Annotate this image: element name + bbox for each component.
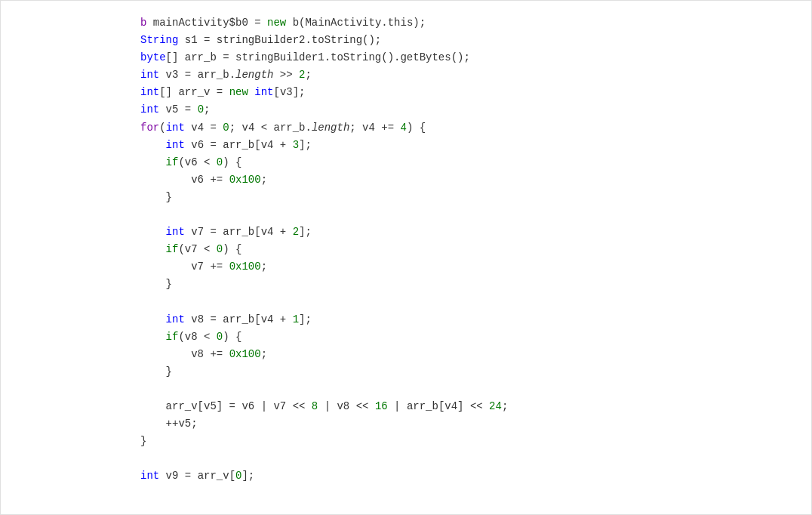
code-line: v6 += 0x100; (140, 171, 796, 189)
code-line: byte[] arr_b = stringBuilder1.toString()… (140, 49, 796, 66)
code-line: int v5 = 0; (140, 101, 796, 119)
code-line: int v3 = arr_b.length >> 2; (140, 66, 796, 84)
code-line: for(int v4 = 0; v4 < arr_b.length; v4 +=… (140, 119, 796, 137)
code-line: if(v8 < 0) { (140, 328, 796, 346)
code-block: b mainActivity$b0 = new b(MainActivity.t… (1, 8, 811, 492)
code-line (140, 381, 796, 398)
code-line: ++v5; (140, 415, 796, 433)
code-line: } (140, 189, 796, 206)
code-line: int v8 = arr_b[v4 + 1]; (140, 311, 796, 328)
code-line (140, 450, 796, 467)
code-line: if(v7 < 0) { (140, 241, 796, 258)
code-line: int[] arr_v = new int[v3]; (140, 84, 796, 101)
code-line: v8 += 0x100; (140, 346, 796, 363)
code-line: int v6 = arr_b[v4 + 3]; (140, 137, 796, 154)
code-line: v7 += 0x100; (140, 258, 796, 276)
code-line: } (140, 433, 796, 450)
code-line: String s1 = stringBuilder2.toString(); (140, 32, 796, 49)
code-line: if(v6 < 0) { (140, 154, 796, 171)
code-line (140, 294, 796, 311)
code-line: arr_v[v5] = v6 | v7 << 8 | v8 << 16 | ar… (140, 398, 796, 415)
code-line (140, 206, 796, 224)
code-line: int v7 = arr_b[v4 + 2]; (140, 224, 796, 241)
code-line: } (140, 363, 796, 381)
code-line: } (140, 276, 796, 293)
code-container: b mainActivity$b0 = new b(MainActivity.t… (0, 0, 812, 515)
code-line: int v9 = arr_v[0]; (140, 467, 796, 485)
code-line: b mainActivity$b0 = new b(MainActivity.t… (140, 14, 796, 32)
